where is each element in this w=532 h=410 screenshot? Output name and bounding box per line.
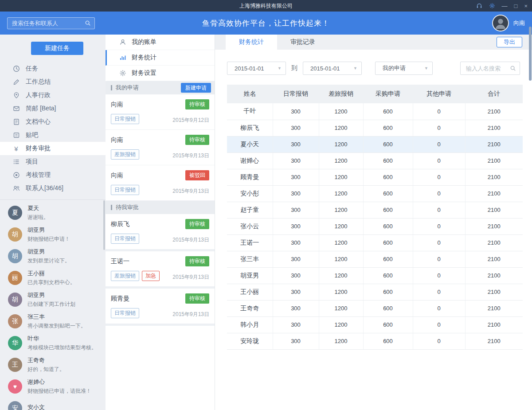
approval-item[interactable]: 顾青曼 待审核 日常报销 2015年9月13日 (106, 289, 215, 326)
contact-item[interactable]: 安 安小文 (0, 397, 106, 410)
name-search-input[interactable] (461, 65, 510, 72)
cell-total: 2100 (465, 300, 523, 316)
type-select-value: 我的申请 (383, 64, 406, 72)
table-row[interactable]: 王小丽 300 1200 600 0 2100 (227, 284, 523, 300)
cell-purchase: 600 (363, 284, 413, 300)
table-row[interactable]: 韩小月 300 1200 600 0 2100 (227, 316, 523, 333)
date-from-picker[interactable]: 2015-01-01 ▼ (227, 62, 286, 75)
contact-name: 谢婵心 (27, 378, 91, 386)
user-menu[interactable]: 向南 (492, 15, 525, 31)
table-row[interactable]: 胡亚男 300 1200 600 0 2100 (227, 267, 523, 284)
sidebar-menu-item[interactable]: 任务 (0, 62, 106, 75)
type-select[interactable]: 我的申请 ▼ (375, 62, 433, 75)
category-tag: 日常报销 (111, 308, 139, 318)
cell-name: 柳辰飞 (227, 120, 273, 136)
table-row[interactable]: 张小云 300 1200 600 0 2100 (227, 218, 523, 234)
new-task-button[interactable]: 新建任务 (31, 42, 83, 55)
sidebar-item-label: 贴吧 (26, 131, 38, 139)
table-row[interactable]: 赵子童 300 1200 600 0 2100 (227, 202, 523, 218)
application-item[interactable]: 向南 被驳回 日常报销 2015年9月13日 (106, 165, 215, 201)
category-tag: 日常报销 (111, 234, 139, 244)
cell-daily: 300 (273, 316, 319, 333)
contact-avatar: 胡 (8, 227, 22, 242)
application-item[interactable]: 向南 待审核 日常报销 2015年9月12日 (106, 94, 215, 130)
sidebar-item-label: 任务 (26, 65, 38, 73)
sidebar-menu-item[interactable]: 项目 (0, 155, 106, 168)
window-scrollbar-thumb[interactable] (529, 27, 532, 81)
contact-item[interactable]: ♥ 谢婵心 财物报销已申请，请批准！ (0, 375, 106, 397)
chevron-down-icon: ▼ (353, 66, 357, 70)
section-title: 我的申请 (116, 84, 139, 92)
finance-menu-item[interactable]: 财务设置 (106, 66, 215, 81)
contact-item[interactable]: 华 叶华 考核模块已增加结果型考核。 (0, 332, 106, 354)
approval-item[interactable]: 柳辰飞 待审核 日常报销 2015年9月13日 (106, 214, 215, 251)
statistics-table-wrap: 姓名 日常报销 差旅报销 采购申请 其他申请 合计 (227, 85, 520, 350)
headset-icon[interactable] (476, 3, 482, 9)
close-button[interactable]: × (524, 3, 528, 9)
sidebar-menu-item[interactable]: 文档中心 (0, 115, 106, 129)
status-badge: 待审核 (185, 293, 209, 304)
contact-item[interactable]: 夏 夏天 谢谢啦。 (0, 202, 106, 223)
minimize-button[interactable]: — (502, 3, 508, 9)
maximize-button[interactable]: □ (514, 3, 518, 9)
pencil-icon (12, 78, 20, 86)
cell-other: 0 (413, 202, 465, 218)
table-row[interactable]: 谢婵心 300 1200 600 0 2100 (227, 152, 523, 169)
contact-item[interactable]: 丽 王小丽 已共享到文档中心。 (0, 267, 106, 289)
table-row[interactable]: 柳辰飞 300 1200 600 0 2100 (227, 120, 523, 136)
table-row[interactable]: 王诺一 300 1200 600 0 2100 (227, 234, 523, 251)
table-row[interactable]: 千叶 300 1200 600 0 2100 (227, 103, 523, 120)
sidebar-scrollbar-thumb[interactable] (103, 200, 105, 250)
cell-other: 0 (413, 120, 465, 136)
contact-name: 王奇奇 (27, 356, 65, 364)
table-row[interactable]: 顾青曼 300 1200 600 0 2100 (227, 169, 523, 185)
contact-message: 已共享到文档中心。 (27, 279, 75, 286)
contact-item[interactable]: 王 王奇奇 好的，知道了。 (0, 354, 106, 375)
mail-icon (12, 105, 20, 113)
contact-item[interactable]: 胡 胡亚男 已创建下周工作计划 (0, 289, 106, 310)
global-search-box[interactable] (7, 17, 95, 29)
window-title: 上海博雅科技有限公司 (239, 2, 293, 10)
table-row[interactable]: 王奇奇 300 1200 600 0 2100 (227, 300, 523, 316)
cell-daily: 300 (273, 284, 319, 300)
cell-total: 2100 (465, 234, 523, 251)
global-search-input[interactable] (8, 20, 85, 27)
contact-avatar: 胡 (8, 293, 22, 307)
tab[interactable]: 审批记录 (277, 35, 329, 50)
contact-item[interactable]: 胡 胡亚男 财物报销已申请！ (0, 223, 106, 245)
sidebar-menu-item[interactable]: 工作总结 (0, 75, 106, 89)
finance-menu-item[interactable]: 我的账单 (106, 35, 215, 50)
settings-gear-icon[interactable] (489, 3, 495, 9)
export-button[interactable]: 导出 (497, 37, 522, 47)
category-tag: 日常报销 (111, 114, 139, 124)
table-row[interactable]: 安玲珑 300 1200 600 0 2100 (227, 333, 523, 349)
cell-travel: 1200 (319, 234, 363, 251)
tab[interactable]: 财务统计 (226, 35, 277, 50)
cell-total: 2100 (465, 284, 523, 300)
approval-item[interactable]: 王诺一 待审核 差旅报销 加急 2015年9月13日 (106, 251, 215, 289)
contact-item[interactable]: 胡 胡亚男 发到群里讨论下。 (0, 245, 106, 267)
application-date: 2015年9月13日 (172, 311, 209, 318)
sidebar-menu-item[interactable]: 人事行政 (0, 89, 106, 102)
contact-item[interactable]: 张 张三丰 将小调整发到贴吧一下。 (0, 310, 106, 332)
date-to-picker[interactable]: 2015-01-01 ▼ (303, 62, 362, 75)
sidebar-item-label: 联系人[36/46] (26, 184, 63, 192)
sidebar-menu-item[interactable]: 贴吧 (0, 129, 106, 142)
date-to-value: 2015-01-01 (310, 65, 340, 72)
cell-name: 张小云 (227, 218, 273, 234)
new-apply-button[interactable]: 新建申请 (181, 83, 211, 93)
sidebar-menu-item[interactable]: 联系人[36/46] (0, 182, 106, 195)
cell-purchase: 600 (363, 202, 413, 218)
sidebar-menu-item[interactable]: 简邮 [Beta] (0, 102, 106, 115)
name-search-box[interactable] (460, 62, 520, 75)
application-item[interactable]: 向南 待审核 差旅报销 2015年9月13日 (106, 130, 215, 165)
table-row[interactable]: 张三丰 300 1200 600 0 2100 (227, 251, 523, 267)
table-row[interactable]: 夏小天 300 1200 600 0 2100 (227, 136, 523, 152)
sidebar-menu-item[interactable]: 考核管理 (0, 168, 106, 182)
contact-name: 胡亚男 (27, 248, 70, 256)
finance-menu-item[interactable]: 财务统计 (106, 50, 215, 66)
table-row[interactable]: 安小彤 300 1200 600 0 2100 (227, 185, 523, 202)
sidebar-menu-item[interactable]: ¥ 财务审批 (0, 142, 106, 155)
contact-avatar: ♥ (8, 379, 22, 394)
cell-name: 谢婵心 (227, 152, 273, 169)
